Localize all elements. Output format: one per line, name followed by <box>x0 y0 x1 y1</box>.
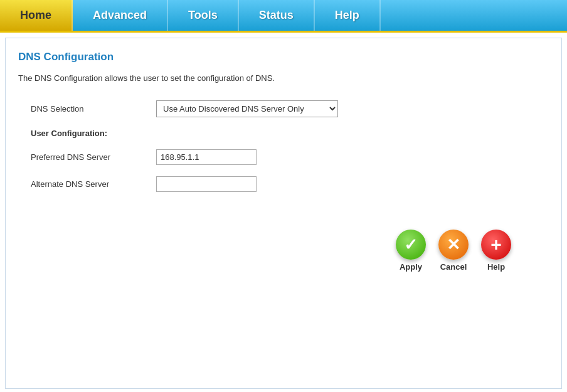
help-button[interactable]: + <box>481 230 511 260</box>
alternate-dns-input[interactable] <box>156 176 257 192</box>
nav-advanced[interactable]: Advanced <box>73 0 168 31</box>
nav-status[interactable]: Status <box>239 0 315 31</box>
content-wrapper: DNS Configuration The DNS Configuration … <box>5 38 562 389</box>
preferred-dns-input[interactable] <box>156 149 257 165</box>
apply-button-group[interactable]: ✓ Apply <box>396 230 426 272</box>
x-icon: ✕ <box>447 236 460 253</box>
cancel-label: Cancel <box>440 262 467 272</box>
nav-tools[interactable]: Tools <box>168 0 239 31</box>
button-area: ✓ Apply ✕ Cancel + Help <box>18 230 549 272</box>
alternate-dns-row: Alternate DNS Server <box>31 176 549 192</box>
nav-help[interactable]: Help <box>315 0 381 31</box>
check-icon: ✓ <box>404 236 418 253</box>
help-label: Help <box>487 262 505 272</box>
alternate-dns-label: Alternate DNS Server <box>31 179 156 189</box>
apply-label: Apply <box>400 262 422 272</box>
dns-selection-dropdown[interactable]: Use Auto Discovered DNS Server Only Use … <box>156 100 338 117</box>
dns-selection-label: DNS Selection <box>31 104 156 114</box>
dns-selection-row: DNS Selection Use Auto Discovered DNS Se… <box>31 100 549 117</box>
form-section: DNS Selection Use Auto Discovered DNS Se… <box>31 100 549 192</box>
apply-button[interactable]: ✓ <box>396 230 426 260</box>
cancel-button-group[interactable]: ✕ Cancel <box>438 230 469 272</box>
help-button-group[interactable]: + Help <box>481 230 511 272</box>
page-title: DNS Configuration <box>18 51 549 63</box>
plus-icon: + <box>490 235 502 254</box>
preferred-dns-label: Preferred DNS Server <box>31 152 156 162</box>
cancel-button[interactable]: ✕ <box>438 230 469 260</box>
page-description: The DNS Configuration allows the user to… <box>18 73 549 83</box>
user-config-header: User Configuration: <box>31 129 549 138</box>
preferred-dns-row: Preferred DNS Server <box>31 149 549 165</box>
nav-bar: Home Advanced Tools Status Help <box>0 0 567 33</box>
nav-home[interactable]: Home <box>0 0 73 31</box>
